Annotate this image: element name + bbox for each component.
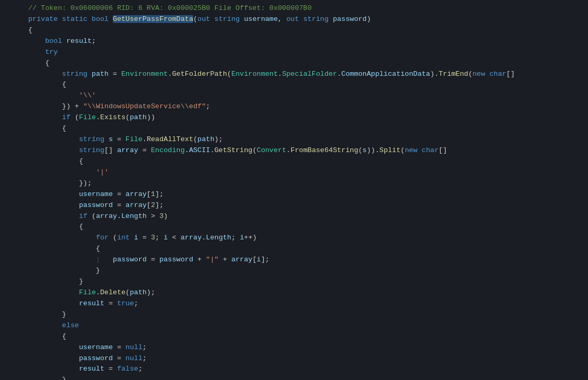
code-line: File.Delete(path); [0,287,588,298]
line-content: '\\' [22,90,588,101]
code-line: '\\' [0,90,588,101]
code-line: } [0,309,588,320]
line-content: { [22,222,588,233]
code-line: { [0,79,588,90]
code-line: { [0,222,588,233]
line-content: } [22,266,588,277]
code-line: // Token: 0x06000006 RID: 6 RVA: 0x00002… [0,3,588,14]
line-content: } [22,375,588,380]
code-line: if (array.Length > 3) [0,211,588,222]
code-line: { [0,123,588,134]
line-content: { [22,331,588,342]
code-line: bool result; [0,36,588,47]
code-line: private static bool GetUserPassFromData(… [0,14,588,25]
line-content: string s = File.ReadAllText(path); [22,134,588,145]
line-content: string path = Environment.GetFolderPath(… [22,69,588,80]
line-content: result = false; [22,364,588,375]
code-line: { [0,331,588,342]
line-content: string[] array = Encoding.ASCII.GetStrin… [22,145,588,156]
line-content: private static bool GetUserPassFromData(… [22,14,588,25]
code-line: username = null; [0,342,588,353]
code-line: { [0,25,588,36]
code-line: { [0,58,588,69]
line-content: }) + "\\WindowsUpdateService\\edf"; [22,101,588,112]
code-line: password = array[2]; [0,200,588,211]
line-content: bool result; [22,36,588,47]
line-content: { [22,156,588,167]
code-line: try [0,47,588,58]
code-line: | password = password + "|" + array[i]; [0,255,588,266]
line-content: try [22,47,588,58]
code-line: result = true; [0,298,588,309]
line-content: { [22,123,588,134]
code-line: { [0,244,588,255]
line-content: username = null; [22,342,588,353]
line-content: { [22,79,588,90]
line-content: result = true; [22,298,588,309]
line-content: } [22,309,588,320]
code-line: '|' [0,167,588,178]
line-content: } [22,277,588,287]
line-content: { [22,244,588,255]
line-content: { [22,25,588,36]
line-content: if (array.Length > 3) [22,211,588,222]
code-line: if (File.Exists(path)) [0,112,588,123]
code-line: string s = File.ReadAllText(path); [0,134,588,145]
line-content: password = array[2]; [22,200,588,211]
code-line: } [0,277,588,287]
code-line: { [0,156,588,167]
code-line: username = array[1]; [0,189,588,200]
line-content: if (File.Exists(path)) [22,112,588,123]
line-content: username = array[1]; [22,189,588,200]
code-line: } [0,375,588,380]
code-line: result = false; [0,364,588,375]
line-content: { [22,58,588,69]
line-content: else [22,320,588,331]
line-content: File.Delete(path); [22,287,588,298]
line-content: for (int i = 3; i < array.Length; i++) [22,233,588,244]
code-line: string path = Environment.GetFolderPath(… [0,69,588,80]
code-line: string[] array = Encoding.ASCII.GetStrin… [0,145,588,156]
code-line: }); [0,178,588,189]
line-content: | password = password + "|" + array[i]; [22,255,588,266]
line-content: }); [22,178,588,189]
code-viewer: // Token: 0x06000006 RID: 6 RVA: 0x00002… [0,0,588,380]
code-line: else [0,320,588,331]
line-content: '|' [22,167,588,178]
code-line: password = null; [0,353,588,364]
code-line: }) + "\\WindowsUpdateService\\edf"; [0,101,588,112]
code-line: for (int i = 3; i < array.Length; i++) [0,233,588,244]
line-content: // Token: 0x06000006 RID: 6 RVA: 0x00002… [22,3,588,14]
line-content: password = null; [22,353,588,364]
code-line: } [0,266,588,277]
